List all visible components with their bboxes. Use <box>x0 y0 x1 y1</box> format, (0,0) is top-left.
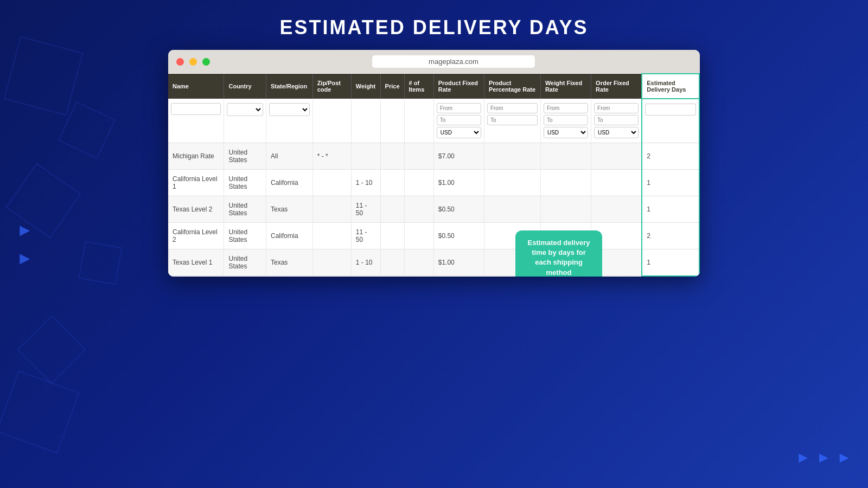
cell-order-fixed-rate <box>591 170 642 196</box>
cell-state: All <box>266 143 312 170</box>
col-header-product-fixed-rate: Product Fixed Rate <box>433 74 484 99</box>
cell-weight-fixed-rate <box>540 170 591 196</box>
cell-estimated-delivery-days: 1 <box>642 196 699 223</box>
cell-product-pct-rate <box>484 143 540 170</box>
filter-estimated-delivery-days <box>642 99 699 143</box>
col-header-country: Country <box>224 74 266 99</box>
cell-weight: 1 - 10 <box>351 170 380 196</box>
filter-price <box>380 99 404 143</box>
page-title: ESTIMATED DELIVERY DAYS <box>0 0 868 50</box>
cell-product-pct-rate <box>484 170 540 196</box>
cell-zip: * - * <box>312 143 351 170</box>
window-minimize-button[interactable] <box>189 58 197 66</box>
table-row: California Level 1 United States Califor… <box>168 170 699 196</box>
cell-order-fixed-rate <box>591 143 642 170</box>
col-header-product-percentage-rate: Product Percentage Rate <box>484 74 540 99</box>
window-maximize-button[interactable] <box>202 58 210 66</box>
cell-weight <box>351 143 380 170</box>
table-row: Texas Level 1 United States Texas 1 - 10… <box>168 249 699 276</box>
cell-weight: 1 - 10 <box>351 249 380 276</box>
cell-product-pct-rate <box>484 196 540 223</box>
country-filter-select[interactable]: United States <box>227 103 263 116</box>
cell-price <box>380 223 404 249</box>
cell-zip <box>312 249 351 276</box>
cell-country: United States <box>224 170 266 196</box>
order-fixed-currency-select[interactable]: USD <box>594 127 639 138</box>
filter-product-percentage-rate <box>484 99 540 143</box>
col-header-zip: Zip/Post code <box>312 74 351 99</box>
name-filter-input[interactable] <box>171 103 221 115</box>
order-fixed-to-input[interactable] <box>594 115 639 125</box>
filter-weight-fixed-rate: USD <box>540 99 591 143</box>
cell-estimated-delivery-days: 2 <box>642 143 699 170</box>
cell-country: United States <box>224 143 266 170</box>
filter-product-fixed-rate: USD <box>433 99 484 143</box>
cell-price <box>380 196 404 223</box>
table-row: Texas Level 2 United States Texas 11 - 5… <box>168 196 699 223</box>
col-header-weight: Weight <box>351 74 380 99</box>
cell-num-items <box>404 249 433 276</box>
cell-product-fixed-rate: $1.00 <box>433 170 484 196</box>
filter-row: United States All California Texas <box>168 99 699 143</box>
cell-weight-fixed-rate <box>540 196 591 223</box>
weight-fixed-from-input[interactable] <box>544 103 588 113</box>
col-header-state: State/Region <box>266 74 312 99</box>
cell-weight: 11 - 50 <box>351 223 380 249</box>
cell-name: Texas Level 1 <box>168 249 224 276</box>
col-header-num-items: # of Items <box>404 74 433 99</box>
arrow-right-icon: ► <box>16 248 34 268</box>
hex-deco <box>78 241 122 285</box>
cell-estimated-delivery-days: 2 <box>642 223 699 249</box>
order-fixed-from-input[interactable] <box>594 103 639 113</box>
col-header-estimated-delivery-days: Estimated Delivery Days <box>642 74 699 99</box>
product-fixed-from-input[interactable] <box>437 103 481 113</box>
cell-weight: 11 - 50 <box>351 196 380 223</box>
window-close-button[interactable] <box>176 58 184 66</box>
cell-order-fixed-rate <box>591 196 642 223</box>
cell-product-fixed-rate: $7.00 <box>433 143 484 170</box>
delivery-days-filter-input[interactable] <box>645 104 696 115</box>
cell-state: California <box>266 223 312 249</box>
browser-titlebar: mageplaza.com <box>168 50 700 73</box>
product-pct-from-input[interactable] <box>487 103 538 113</box>
browser-window: mageplaza.com Estimated delivery time by… <box>168 50 700 277</box>
col-header-price: Price <box>380 74 404 99</box>
product-pct-to-input[interactable] <box>487 115 538 125</box>
product-fixed-to-input[interactable] <box>437 115 481 125</box>
filter-weight <box>351 99 380 143</box>
filter-num-items <box>404 99 433 143</box>
hex-deco <box>58 101 116 159</box>
col-header-order-fixed-rate: Order Fixed Rate <box>591 74 642 99</box>
cell-product-fixed-rate: $0.50 <box>433 223 484 249</box>
arrow-right-icon: ► <box>837 449 852 466</box>
cell-num-items <box>404 170 433 196</box>
cell-num-items <box>404 196 433 223</box>
weight-fixed-to-input[interactable] <box>544 115 588 125</box>
cell-product-fixed-rate: $0.50 <box>433 196 484 223</box>
cell-name: Texas Level 2 <box>168 196 224 223</box>
cell-country: United States <box>224 223 266 249</box>
arrow-right-icon: ► <box>16 220 34 240</box>
url-bar[interactable]: mageplaza.com <box>372 55 535 68</box>
table-row: Michigan Rate United States All * - * $7… <box>168 143 699 170</box>
col-header-name: Name <box>168 74 224 99</box>
cell-country: United States <box>224 196 266 223</box>
weight-fixed-currency-select[interactable]: USD <box>544 127 588 138</box>
hex-deco <box>0 370 80 454</box>
cell-num-items <box>404 223 433 249</box>
hex-deco <box>17 315 86 384</box>
cell-price <box>380 170 404 196</box>
filter-state: All California Texas <box>266 99 312 143</box>
cell-state: Texas <box>266 196 312 223</box>
cell-price <box>380 143 404 170</box>
shipping-rates-table: Name Country State/Region Zip/Post code <box>168 73 700 277</box>
product-fixed-currency-select[interactable]: USD <box>437 127 481 138</box>
state-filter-select[interactable]: All California Texas <box>269 103 310 116</box>
cell-state: Texas <box>266 249 312 276</box>
table-container: Name Country State/Region Zip/Post code <box>168 73 700 277</box>
tooltip-bubble: Estimated delivery time by days for each… <box>515 230 602 277</box>
filter-zip <box>312 99 351 143</box>
col-header-weight-fixed-rate: Weight Fixed Rate <box>540 74 591 99</box>
cell-state: California <box>266 170 312 196</box>
cell-product-fixed-rate: $1.00 <box>433 249 484 276</box>
